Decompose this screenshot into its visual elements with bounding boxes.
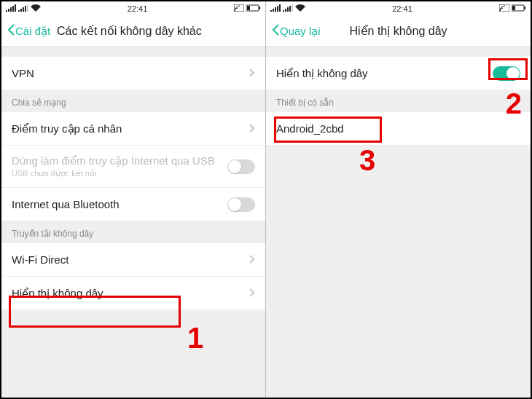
section-header-devices: Thiết bị có sẵn (266, 90, 531, 112)
row-wireless-display[interactable]: Hiển thị không dây (1, 277, 265, 310)
svg-rect-7 (512, 6, 515, 10)
signal-icon (6, 4, 16, 13)
toggle-bluetooth-internet[interactable] (227, 197, 255, 212)
status-time: 22:41 (128, 4, 148, 13)
nav-header: Cài đặt Các kết nối không dây khác (1, 16, 265, 47)
back-button[interactable]: Cài đặt (7, 24, 50, 38)
chevron-right-icon (249, 67, 255, 79)
status-time: 22:41 (392, 4, 412, 13)
settings-list: VPN Chia sẻ mạng Điểm truy cập cá nhân D… (1, 47, 265, 310)
status-bar: 22:41 (1, 1, 265, 16)
phone-screen-left: 22:41 Cài đặt Các kết nối không dây khác (1, 1, 266, 398)
status-bar: 22:41 (266, 1, 531, 16)
back-label: Cài đặt (15, 25, 50, 38)
chevron-left-icon (7, 24, 15, 38)
settings-list: Hiển thị không dây Thiết bị có sẵn Andro… (266, 47, 531, 146)
signal-icon-2 (283, 4, 293, 13)
nav-header: Quay lại Hiển thị không dây (266, 16, 531, 47)
chevron-left-icon (272, 24, 279, 38)
svg-rect-6 (524, 7, 525, 9)
chevron-right-icon (249, 253, 255, 266)
wifi-icon (31, 4, 41, 13)
phone-screen-right: 22:41 Quay lại Hiển thị không dây (266, 1, 531, 398)
section-header-share: Chia sẻ mạng (1, 90, 265, 112)
cast-icon (234, 4, 244, 13)
toggle-usb-tether (227, 159, 255, 174)
row-vpn[interactable]: VPN (1, 57, 265, 90)
row-usb-tether: Dùng làm điểm truy cập Internet qua USB … (1, 146, 265, 188)
signal-icon (270, 4, 281, 13)
signal-icon-2 (18, 4, 28, 13)
svg-rect-3 (247, 6, 250, 10)
annotation-number-1: 1 (187, 322, 203, 355)
row-wifi-direct[interactable]: Wi-Fi Direct (1, 243, 265, 277)
back-label: Quay lại (280, 25, 321, 38)
section-header-wireless: Truyền tải không dây (1, 221, 265, 243)
row-label: Điểm truy cập cá nhân (12, 122, 122, 135)
svg-rect-2 (259, 7, 260, 9)
toggle-wireless-display[interactable] (493, 66, 520, 81)
chevron-right-icon (249, 122, 255, 135)
row-label: Hiển thị không dây (276, 67, 368, 80)
row-label: Hiển thị không dây (12, 287, 103, 300)
annotation-number-3: 3 (359, 144, 375, 177)
battery-icon (246, 4, 261, 13)
row-wireless-display-toggle[interactable]: Hiển thị không dây (266, 57, 531, 90)
row-label: VPN (12, 67, 34, 79)
row-bluetooth-internet[interactable]: Internet qua Bluetooth (1, 188, 265, 221)
device-name: Android_2cbd (276, 122, 344, 135)
wifi-icon (295, 4, 305, 13)
row-label: Internet qua Bluetooth (12, 198, 120, 210)
row-available-device[interactable]: Android_2cbd (266, 112, 531, 146)
back-button[interactable]: Quay lại (272, 24, 321, 38)
row-sublabel: USB chưa được kết nối (12, 169, 215, 178)
chevron-right-icon (249, 287, 255, 299)
battery-icon (512, 4, 526, 13)
row-label: Dùng làm điểm truy cập Internet qua USB (12, 154, 215, 167)
row-personal-hotspot[interactable]: Điểm truy cập cá nhân (1, 112, 265, 146)
row-label: Wi-Fi Direct (12, 253, 69, 266)
cast-icon (499, 4, 509, 13)
